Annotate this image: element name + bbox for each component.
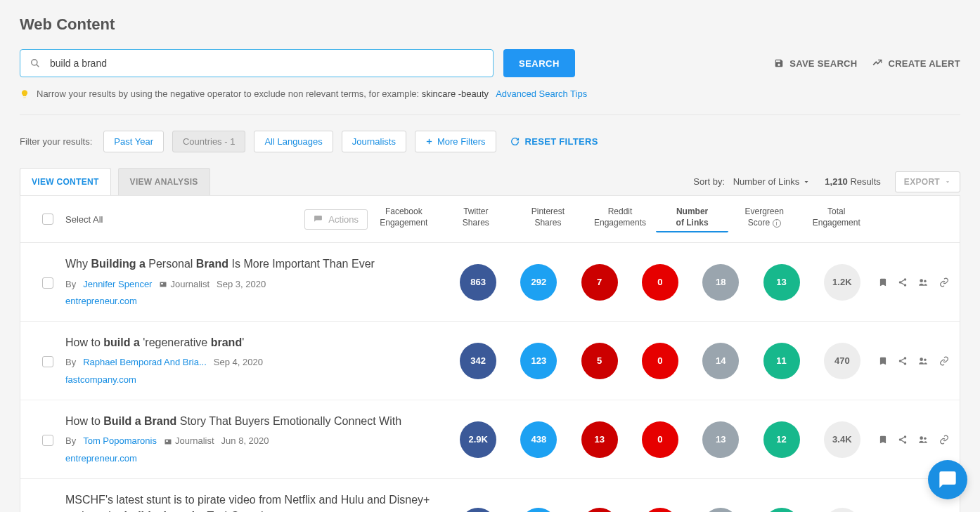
links-value: 11 <box>702 508 739 512</box>
info-icon[interactable]: i <box>773 219 781 228</box>
reddit-value: 0 <box>642 343 678 379</box>
users-icon[interactable] <box>917 435 929 445</box>
results-label: Results <box>850 176 880 187</box>
evergreen-value: 12 <box>763 421 800 458</box>
table-header: Select All Actions FacebookEngagement Tw… <box>20 196 960 243</box>
filter-past-year[interactable]: Past Year <box>103 131 164 152</box>
page-title: Web Content <box>20 15 960 34</box>
pinterest-value: 13 <box>581 421 618 458</box>
export-label: EXPORT <box>904 177 940 187</box>
bookmark-icon[interactable] <box>878 435 888 445</box>
author-link[interactable]: Jennifer Spencer <box>83 278 152 291</box>
filter-languages[interactable]: All Languages <box>254 131 333 152</box>
total-value: 52 <box>824 508 860 512</box>
publish-date: Sep 3, 2020 <box>217 278 266 291</box>
users-icon[interactable] <box>917 277 929 287</box>
result-title[interactable]: How to Build a Brand Story That Buyers E… <box>65 413 448 429</box>
table-row: How to build a 'regenerative brand' By R… <box>20 322 960 400</box>
col-evergreen[interactable]: EvergreenScore i <box>728 206 801 232</box>
domain-link[interactable]: fastcompany.com <box>65 374 448 387</box>
facebook-value: 0 <box>460 508 496 512</box>
domain-link[interactable]: entrepreneur.com <box>65 452 448 466</box>
users-icon[interactable] <box>917 356 929 366</box>
search-tip: Narrow your results by using the negativ… <box>20 88 960 99</box>
more-filters-button[interactable]: More Filters <box>415 131 496 152</box>
share-icon[interactable] <box>898 435 908 445</box>
reset-filters-button[interactable]: RESET FILTERS <box>510 136 598 147</box>
evergreen-value: 11 <box>763 343 800 379</box>
filter-journalists[interactable]: Journalists <box>342 131 406 152</box>
create-alert-button[interactable]: CREATE ALERT <box>872 58 960 69</box>
search-button[interactable]: SEARCH <box>503 49 575 77</box>
share-icon[interactable] <box>898 277 908 287</box>
link-icon[interactable] <box>939 356 950 366</box>
search-icon <box>30 58 40 68</box>
export-button[interactable]: EXPORT <box>895 171 960 192</box>
author-link[interactable]: Raphael Bemporad And Bria... <box>83 356 207 369</box>
role-badge: Journalist <box>164 435 214 448</box>
svg-point-13 <box>904 362 907 365</box>
svg-point-20 <box>904 441 907 444</box>
by-label: By <box>65 435 76 448</box>
pinterest-value: 7 <box>581 264 618 301</box>
create-alert-label: CREATE ALERT <box>888 58 960 69</box>
svg-point-11 <box>904 357 907 360</box>
col-twitter[interactable]: TwitterShares <box>440 206 512 232</box>
domain-link[interactable]: entrepreneur.com <box>65 295 448 308</box>
result-title[interactable]: Why Building a Personal Brand Is More Im… <box>65 256 448 272</box>
col-reddit[interactable]: RedditEngagements <box>584 206 657 232</box>
twitter-value: 292 <box>520 264 557 301</box>
twitter-value: 438 <box>520 421 557 458</box>
author-link[interactable]: Tom Popomaronis <box>83 435 157 448</box>
chat-widget[interactable] <box>928 460 967 499</box>
facebook-value: 342 <box>460 343 496 379</box>
svg-point-0 <box>32 60 37 65</box>
tab-view-content[interactable]: VIEW CONTENT <box>20 168 111 195</box>
search-input[interactable] <box>40 58 493 69</box>
sort-by-dropdown[interactable]: Sort by: Number of Links <box>693 176 811 187</box>
bookmark-icon[interactable] <box>878 277 888 287</box>
row-checkbox[interactable] <box>42 277 53 289</box>
by-label: By <box>65 278 76 291</box>
result-title[interactable]: How to build a 'regenerative brand' <box>65 334 448 350</box>
svg-point-22 <box>924 437 927 440</box>
link-icon[interactable] <box>939 277 950 287</box>
svg-point-8 <box>904 284 907 287</box>
result-title[interactable]: MSCHF's latest stunt is to pirate video … <box>65 492 448 512</box>
tab-view-analysis[interactable]: VIEW ANALYSIS <box>118 168 210 195</box>
reset-icon <box>510 137 520 146</box>
total-value: 3.4K <box>824 421 860 458</box>
search-input-container[interactable] <box>20 49 494 77</box>
row-checkbox[interactable] <box>42 356 53 367</box>
link-icon[interactable] <box>939 435 950 445</box>
svg-line-1 <box>37 65 39 67</box>
results-count: 1,210 Results <box>825 176 881 187</box>
filter-countries[interactable]: Countries - 1 <box>172 131 245 152</box>
alert-icon <box>872 58 882 68</box>
svg-point-12 <box>899 360 902 362</box>
by-label: By <box>65 356 76 369</box>
svg-point-19 <box>899 438 902 441</box>
col-total[interactable]: TotalEngagement <box>800 206 872 232</box>
row-checkbox[interactable] <box>42 435 53 446</box>
chevron-down-icon <box>944 178 951 185</box>
evergreen-value: 13 <box>763 264 800 301</box>
svg-point-7 <box>899 281 902 284</box>
bookmark-icon[interactable] <box>878 356 888 366</box>
reddit-value: 1 <box>642 508 678 512</box>
sort-prefix: Sort by: <box>693 176 725 187</box>
col-links[interactable]: Numberof Links <box>656 206 728 232</box>
col-pinterest[interactable]: PinterestShares <box>512 206 584 232</box>
filters-label: Filter your results: <box>20 136 92 147</box>
share-icon[interactable] <box>898 356 908 366</box>
save-search-button[interactable]: SAVE SEARCH <box>774 58 857 69</box>
twitter-value: 50 <box>520 508 557 512</box>
select-all-checkbox[interactable] <box>42 214 53 225</box>
advanced-search-link[interactable]: Advanced Search Tips <box>496 88 587 99</box>
lightbulb-icon <box>20 89 30 99</box>
col-facebook[interactable]: FacebookEngagement <box>368 206 440 232</box>
total-value: 1.2K <box>824 264 860 301</box>
actions-button[interactable]: Actions <box>304 209 368 230</box>
plus-icon <box>425 138 433 145</box>
total-value: 470 <box>824 343 860 379</box>
